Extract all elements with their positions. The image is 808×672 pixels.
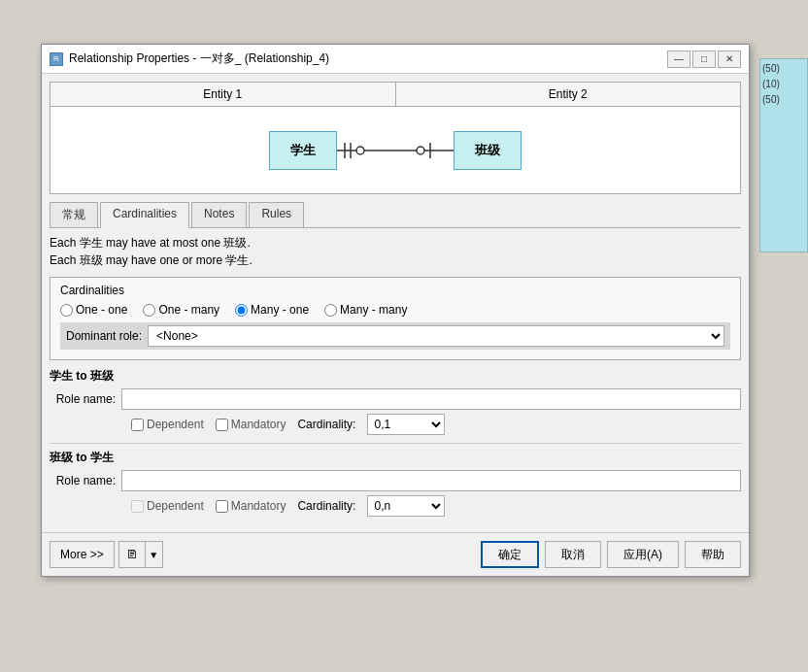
save-icon-button[interactable]: 🖹 (118, 541, 146, 568)
apply-button[interactable]: 应用(A) (607, 541, 679, 568)
radio-many-one-label: Many - one (251, 303, 309, 317)
section2-dependent[interactable]: Dependent (131, 499, 204, 513)
section2-role-label: Role name: (50, 474, 116, 487)
dialog-content: Entity 1 Entity 2 学生 (42, 74, 749, 532)
section1: 学生 to 班级 Role name: Dependent Mandatory (50, 368, 741, 435)
section2-role-row: Role name: (50, 470, 741, 491)
titlebar: R Relationship Properties - 一对多_ (Relati… (42, 45, 749, 74)
section1-role-row: Role name: (50, 388, 741, 410)
section1-options-row: Dependent Mandatory Cardinality: 0,1 0,n… (50, 414, 741, 435)
section2-title: 班级 to 学生 (50, 450, 741, 466)
cardinalities-group-label: Cardinalities (60, 284, 730, 297)
relationship-properties-dialog: R Relationship Properties - 一对多_ (Relati… (41, 44, 750, 577)
right-panel: (50) (10) (50) (759, 58, 808, 252)
entity2-header: Entity 2 (396, 83, 741, 106)
maximize-button[interactable]: □ (692, 50, 716, 68)
tab-rules[interactable]: Rules (249, 202, 304, 227)
entity-headers: Entity 1 Entity 2 (50, 82, 741, 107)
more-button[interactable]: More >> (50, 541, 115, 568)
help-button[interactable]: 帮助 (685, 541, 741, 568)
right-panel-text-3: (50) (762, 92, 805, 108)
tabs: 常规 Cardinalities Notes Rules (50, 202, 741, 228)
diagram-area: 学生 班级 (50, 107, 741, 194)
radio-one-one-input[interactable] (60, 304, 73, 317)
tab-notes[interactable]: Notes (191, 202, 247, 227)
radio-many-one-input[interactable] (235, 304, 248, 317)
radio-many-one[interactable]: Many - one (235, 303, 309, 317)
section1-role-label: Role name: (50, 392, 116, 406)
cardinalities-group: Cardinalities One - one One - many Many … (50, 277, 741, 360)
description-line2: Each 班级 may have one or more 学生. (50, 252, 741, 269)
section2-dependent-checkbox[interactable] (131, 500, 144, 513)
titlebar-buttons: — □ ✕ (667, 50, 741, 68)
section1-dependent[interactable]: Dependent (131, 418, 204, 431)
radio-one-one[interactable]: One - one (60, 303, 127, 317)
section2-mandatory-checkbox[interactable] (216, 500, 228, 513)
description: Each 学生 may have at most one 班级. Each 班级… (50, 234, 741, 269)
section2-role-input[interactable] (121, 470, 741, 491)
radio-one-one-label: One - one (76, 303, 127, 317)
section1-mandatory-checkbox[interactable] (216, 419, 228, 431)
section1-dependent-label: Dependent (147, 418, 204, 431)
tab-cardinalities[interactable]: Cardinalities (100, 202, 189, 228)
ok-button[interactable]: 确定 (481, 541, 539, 568)
right-panel-text-1: (50) (762, 61, 805, 77)
radio-many-many[interactable]: Many - many (324, 303, 407, 317)
dominant-role-label: Dominant role: (66, 329, 142, 343)
section2-options-row: Dependent Mandatory Cardinality: 0,1 0,n… (50, 495, 741, 517)
section2-cardinality-select[interactable]: 0,1 0,n 1,1 1,n (367, 495, 445, 517)
section1-mandatory-label: Mandatory (231, 418, 286, 431)
minimize-button[interactable]: — (667, 50, 690, 68)
radio-many-many-label: Many - many (340, 303, 407, 317)
radio-one-many[interactable]: One - many (143, 303, 219, 317)
entity2-box: 班级 (454, 131, 522, 170)
right-panel-text-2: (10) (762, 77, 805, 92)
footer-right: 确定 取消 应用(A) 帮助 (481, 541, 741, 568)
icon-button-group: 🖹 ▼ (118, 541, 163, 568)
dominant-role-row: Dominant role: <None> (60, 322, 730, 350)
save-dropdown-button[interactable]: ▼ (146, 541, 163, 568)
connector-svg (337, 131, 454, 170)
section2-mandatory[interactable]: Mandatory (216, 499, 286, 513)
section1-checkboxes: Dependent Mandatory Cardinality: 0,1 0,n… (131, 414, 445, 435)
section2-mandatory-label: Mandatory (231, 499, 286, 513)
svg-point-3 (356, 147, 364, 154)
dialog-title: Relationship Properties - 一对多_ (Relation… (69, 50, 329, 67)
close-button[interactable]: ✕ (718, 50, 741, 68)
dominant-role-select[interactable]: <None> (148, 325, 724, 347)
section1-cardinality-select[interactable]: 0,1 0,n 1,1 1,n (367, 414, 445, 435)
radio-many-many-input[interactable] (324, 304, 337, 317)
entity1-box: 学生 (269, 131, 337, 170)
dialog-footer: More >> 🖹 ▼ 确定 取消 应用(A) 帮助 (42, 532, 749, 576)
section2-dependent-label: Dependent (147, 499, 204, 513)
section1-title: 学生 to 班级 (50, 368, 741, 385)
titlebar-left: R Relationship Properties - 一对多_ (Relati… (50, 50, 329, 67)
radio-one-many-label: One - many (158, 303, 219, 317)
dialog-icon: R (50, 52, 63, 66)
section2: 班级 to 学生 Role name: Dependent Mandatory (50, 450, 741, 517)
section1-cardinality-label: Cardinality: (297, 418, 355, 431)
description-line1: Each 学生 may have at most one 班级. (50, 234, 741, 252)
cardinality-radio-group: One - one One - many Many - one Many - m… (60, 303, 730, 317)
svg-point-5 (417, 147, 424, 154)
entity1-header: Entity 1 (50, 83, 396, 106)
tab-general[interactable]: 常规 (50, 202, 98, 227)
section2-cardinality-label: Cardinality: (297, 499, 355, 513)
separator1 (50, 443, 741, 444)
section1-mandatory[interactable]: Mandatory (216, 418, 286, 431)
radio-one-many-input[interactable] (143, 304, 155, 317)
section2-checkboxes: Dependent Mandatory Cardinality: 0,1 0,n… (131, 495, 445, 517)
section1-role-input[interactable] (121, 388, 741, 410)
diagram-inner: 学生 班级 (269, 131, 522, 170)
footer-left: More >> 🖹 ▼ (50, 541, 163, 568)
cancel-button[interactable]: 取消 (545, 541, 601, 568)
section1-dependent-checkbox[interactable] (131, 419, 144, 431)
